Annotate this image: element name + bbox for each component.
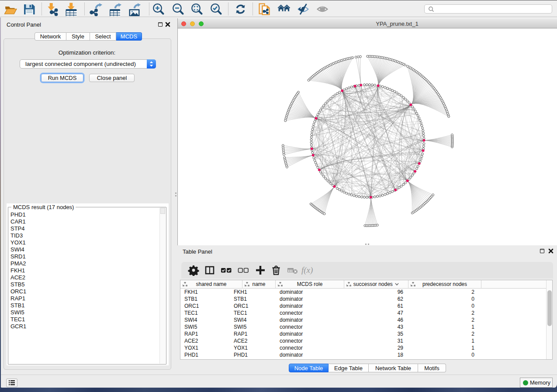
svg-text:f(x): f(x) [301, 265, 313, 275]
